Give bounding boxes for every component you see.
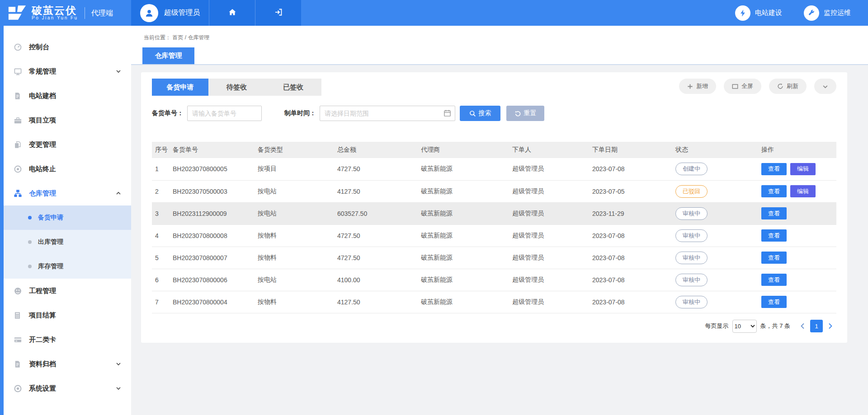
submenu-item-label: 备货申请 (38, 214, 63, 222)
chevron-down-icon (116, 386, 121, 391)
cell-type: 按电站 (257, 269, 336, 291)
cell-amount: 4727.50 (336, 224, 420, 247)
sidebar-item-project-settlement[interactable]: 项目结算 (0, 303, 131, 327)
cell-agent: 破茧新能源 (420, 269, 511, 291)
view-button[interactable]: 查看 (761, 229, 787, 242)
cell-agent: 破茧新能源 (420, 180, 511, 202)
sidebar-item-label: 电站建档 (29, 92, 56, 100)
monitor-icon (14, 67, 23, 76)
cell-order-no: BH2023070800007 (172, 247, 257, 269)
sidebar-item-console[interactable]: 控制台 (0, 35, 131, 59)
shortcut-label: 监控运维 (824, 9, 851, 17)
per-page-select[interactable]: 10 (732, 320, 757, 333)
search-button[interactable]: 搜索 (460, 106, 500, 121)
page-number-button[interactable]: 1 (810, 320, 823, 332)
status-badge: 已驳回 (675, 185, 708, 198)
view-button[interactable]: 查看 (761, 274, 787, 286)
sidebar-item-warehouse-management[interactable]: 仓库管理 (0, 181, 131, 205)
lightning-icon (735, 5, 750, 21)
sidebar-item-data-archive[interactable]: 资料归档 (0, 352, 131, 376)
cell-date: 2023-07-05 (591, 180, 675, 202)
table-body: 1BH2023070800005按项目4727.50破茧新能源超级管理员2023… (152, 158, 836, 313)
card-icon (14, 336, 23, 344)
date-range-input[interactable] (320, 106, 455, 121)
sidebar-item-type2-card[interactable]: 开二类卡 (0, 327, 131, 352)
user-name: 超级管理员 (164, 8, 200, 18)
column-header: 备货类型 (257, 142, 336, 158)
sidebar-item-general-management[interactable]: 常规管理 (0, 59, 131, 84)
tab-received[interactable]: 已签收 (265, 79, 321, 96)
cell-orderer: 超级管理员 (511, 269, 591, 291)
edit-button[interactable]: 编辑 (790, 163, 816, 175)
cell-orderer: 超级管理员 (511, 180, 591, 202)
status-badge: 审核中 (675, 207, 708, 220)
refresh-button[interactable]: 刷新 (769, 79, 807, 94)
bullet-dot-icon (28, 265, 32, 268)
sidebar-item-station-termination[interactable]: 电站终止 (0, 157, 131, 181)
page-tab-warehouse[interactable]: 仓库管理 (142, 47, 194, 64)
panel-toolbar: 新增 全屏 刷新 (679, 79, 836, 94)
logout-icon (274, 8, 283, 19)
next-page-button[interactable] (825, 323, 836, 329)
table-row[interactable]: 4BH2023070800008按物料4727.50破茧新能源超级管理员2023… (152, 224, 836, 247)
document-icon (14, 92, 23, 100)
shortcut-power-station[interactable]: 电站建设 (735, 5, 782, 21)
cell-type: 按电站 (257, 180, 336, 202)
submenu-item-label: 库存管理 (38, 262, 63, 270)
column-header: 下单日期 (591, 142, 675, 158)
sidebar-item-change-management[interactable]: 变更管理 (0, 132, 131, 157)
calendar-icon (443, 109, 451, 119)
view-button[interactable]: 查看 (761, 185, 787, 197)
cell-orderer: 超级管理员 (511, 224, 591, 247)
cell-type: 按电站 (257, 202, 336, 224)
view-button[interactable]: 查看 (761, 252, 787, 264)
cell-status: 审核中 (675, 269, 760, 291)
home-button[interactable] (209, 0, 255, 26)
reset-button[interactable]: 重置 (506, 106, 544, 121)
cell-order-no: BH2023070500003 (172, 180, 257, 202)
view-button[interactable]: 查看 (761, 207, 787, 219)
cell-amount: 4127.50 (336, 180, 420, 202)
chevron-up-icon (116, 191, 121, 196)
fullscreen-button[interactable]: 全屏 (724, 79, 761, 94)
plus-icon (687, 84, 693, 89)
tab-stock-request[interactable]: 备货申请 (152, 79, 208, 96)
submenu-item-stock-request[interactable]: 备货申请 (0, 205, 131, 230)
logout-button[interactable] (255, 0, 301, 26)
date-range-field (320, 106, 455, 121)
order-no-label: 备货单号： (152, 109, 184, 117)
brand-subtitle: Po Jian Yun Fu (32, 16, 78, 21)
brand-title: 破茧云伏 (32, 5, 78, 16)
sidebar-item-system-settings[interactable]: 系统设置 (0, 376, 131, 401)
edit-button[interactable]: 编辑 (790, 185, 816, 197)
column-header: 备货单号 (172, 142, 257, 158)
table-row[interactable]: 7BH2023070800004按物料4127.50破茧新能源超级管理员2023… (152, 291, 836, 313)
user-menu[interactable]: 超级管理员 (131, 0, 209, 26)
more-button[interactable] (814, 79, 836, 94)
submenu-item-outbound-management[interactable]: 出库管理 (0, 230, 131, 254)
app: { "colors": { "primary": "#3b87f0", "pri… (0, 0, 868, 415)
table-row[interactable]: 6BH2023070800006按电站4100.00破茧新能源超级管理员2023… (152, 269, 836, 291)
view-button[interactable]: 查看 (761, 296, 787, 308)
tab-pending-receipt[interactable]: 待签收 (208, 79, 265, 96)
table-row[interactable]: 2BH2023070500003按电站4127.50破茧新能源超级管理员2023… (152, 180, 836, 202)
view-button[interactable]: 查看 (761, 163, 787, 175)
brand: 破茧云伏 Po Jian Yun Fu 代理端 (0, 0, 131, 26)
sidebar-item-station-filing[interactable]: 电站建档 (0, 84, 131, 108)
shortcut-monitoring[interactable]: 监控运维 (804, 5, 851, 21)
add-button[interactable]: 新增 (679, 79, 716, 94)
sitemap-icon (14, 189, 23, 198)
cell-actions: 查看编辑 (760, 158, 836, 180)
table-row[interactable]: 3BH2023112900009按电站603527.50破茧新能源超级管理员20… (152, 202, 836, 224)
order-no-input[interactable] (187, 106, 262, 121)
submenu-item-inventory-management[interactable]: 库存管理 (0, 254, 131, 279)
cell-date: 2023-07-08 (591, 224, 675, 247)
search-icon (469, 110, 476, 117)
user-avatar-icon (140, 4, 158, 22)
sidebar-item-engineering-management[interactable]: 工程管理 (0, 279, 131, 303)
panel-header: 备货申请 待签收 已签收 新增 全屏 (152, 79, 836, 96)
table-row[interactable]: 1BH2023070800005按项目4727.50破茧新能源超级管理员2023… (152, 158, 836, 180)
sidebar-item-project-initiation[interactable]: 项目立项 (0, 108, 131, 132)
prev-page-button[interactable] (797, 323, 808, 329)
table-row[interactable]: 5BH2023070800007按物料4727.50破茧新能源超级管理员2023… (152, 247, 836, 269)
